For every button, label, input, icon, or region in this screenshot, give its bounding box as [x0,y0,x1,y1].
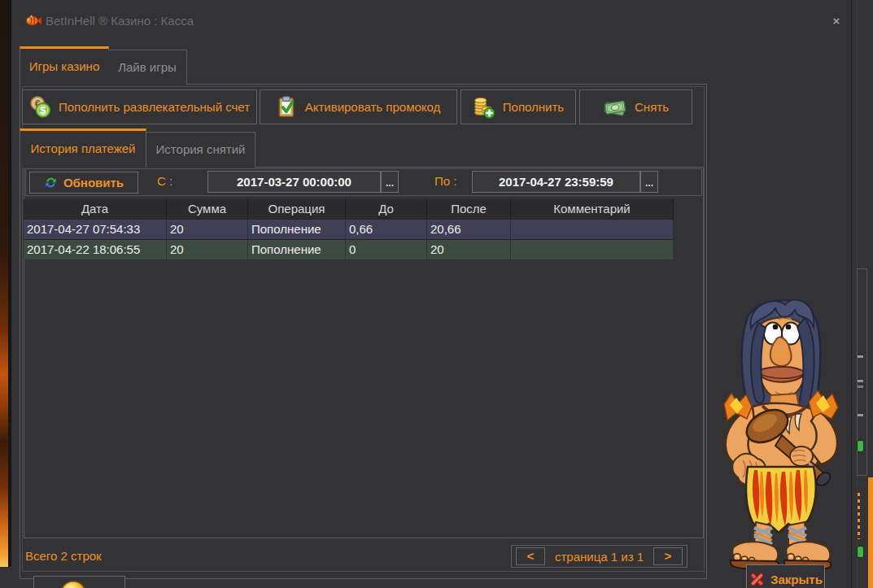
action-label: Активировать промокод [305,100,441,114]
date-to-input[interactable]: 2017-04-27 23:59:59 [472,171,640,193]
table-row[interactable]: 2017-04-22 18:06:55 20 Пополнение 0 20 [24,239,674,259]
caveman-illustration [710,291,858,575]
background-mark [858,380,863,382]
background-mark [858,385,863,388]
page-indicator: страница 1 из 1 [555,550,644,564]
column-header-operation[interactable]: Операция [248,199,346,219]
refresh-button[interactable]: Обновить [29,172,138,194]
cell-after: 20 [427,240,511,259]
topup-entertainment-account-button[interactable]: € $ Пополнить развлекательный счет [22,89,257,124]
window-title: BetInHell ® Казино : Касса [46,14,194,28]
fish-icon [25,14,42,31]
cell-operation: Пополнение [248,220,346,239]
cell-operation: Пополнение [248,240,346,259]
coin-stack-plus-icon [473,96,495,119]
subtab-payment-history[interactable]: История платежей [20,128,146,168]
cell-before: 0 [346,240,427,259]
column-header-before[interactable]: До [346,199,427,219]
activate-promocode-button[interactable]: Активировать промокод [260,89,457,124]
column-header-amount[interactable]: Сумма [167,199,248,219]
table-row[interactable]: 2017-04-27 07:54:33 20 Пополнение 0,66 2… [24,219,674,239]
cell-date: 2017-04-22 18:06:55 [24,240,167,259]
date-to-label: По : [434,174,456,188]
payments-table: Дата Сумма Операция До После Комментарий… [24,199,674,259]
table-header-row: Дата Сумма Операция До После Комментарий [24,199,674,219]
cell-after: 20,66 [427,220,511,239]
background-mark [858,414,863,416]
action-label: Пополнить развлекательный счет [59,100,250,114]
tab-live-games[interactable]: Лайв игры [108,50,187,85]
close-icon[interactable]: × [827,12,845,30]
cell-comment [511,220,674,239]
date-from-label: С : [157,174,172,188]
column-header-after[interactable]: После [427,199,511,219]
action-label: Снять [635,100,669,114]
subtab-withdraw-history[interactable]: История снятий [146,132,255,168]
background-mark [858,355,863,358]
gold-ball-icon [59,578,88,588]
withdraw-button[interactable]: Снять [579,89,692,124]
cell-amount: 20 [167,220,248,239]
background-scrollbar-orange [868,477,873,588]
prev-page-button[interactable]: < [516,547,545,565]
cell-comment [511,240,674,259]
cell-before: 0,66 [346,220,427,239]
total-rows-label: Всего 2 строк [25,549,102,563]
svg-text:$: $ [40,104,46,116]
refresh-arrows-icon [44,176,58,189]
date-to-picker-button[interactable]: ... [640,171,658,193]
close-dialog-label: Закрыть [770,573,823,586]
tab-casino-games[interactable]: Игры казино [20,46,109,85]
close-dialog-button[interactable]: Закрыть [746,564,825,588]
refresh-label: Обновить [63,176,124,189]
clipboard-check-icon [277,96,298,119]
dialog-left-edge [8,0,11,567]
coins-euro-dollar-icon: € $ [29,96,51,118]
deposit-button[interactable]: Пополнить [461,89,576,124]
fire-background-strip [0,0,8,567]
date-from-picker-button[interactable]: ... [381,171,399,193]
pagination: < страница 1 из 1 > [511,545,687,568]
next-page-button[interactable]: > [653,547,683,565]
cell-amount: 20 [167,240,248,259]
red-x-icon [749,571,766,588]
action-label: Пополнить [503,100,564,114]
cell-date: 2017-04-27 07:54:33 [24,220,167,239]
column-header-date[interactable]: Дата [24,199,167,219]
banknote-icon [603,97,627,118]
column-header-comment[interactable]: Комментарий [511,199,674,219]
date-from-input[interactable]: 2017-03-27 00:00:00 [207,171,381,193]
